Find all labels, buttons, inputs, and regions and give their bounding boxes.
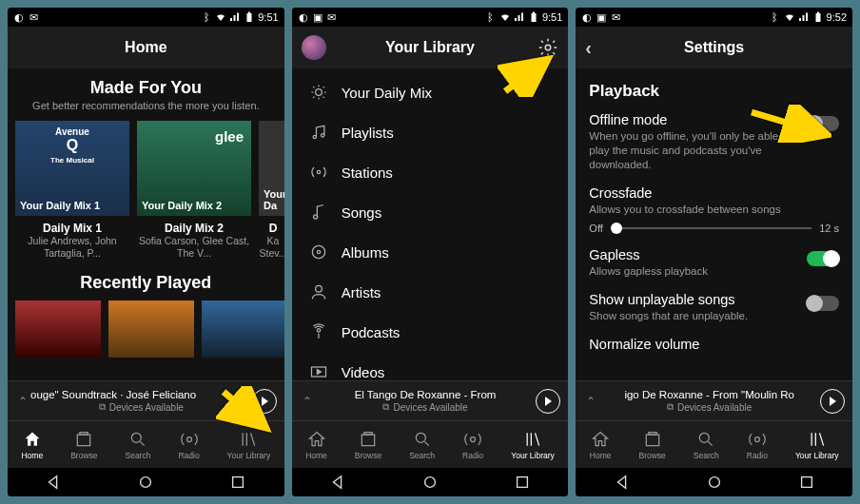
svg-point-4 — [186, 436, 191, 441]
nav-radio[interactable]: Radio — [747, 430, 768, 460]
bluetooth-icon: ᛒ — [485, 11, 497, 23]
library-list: Your Daily Mix Playlists Stations Songs … — [292, 68, 569, 380]
lib-albums[interactable]: Albums — [292, 232, 569, 272]
now-playing-track: El Tango De Roxanne - From — [315, 389, 537, 400]
play-button[interactable] — [820, 389, 845, 414]
nav-library[interactable]: Your Library — [227, 430, 271, 460]
svg-rect-6 — [233, 477, 244, 488]
lib-podcasts[interactable]: Podcasts — [292, 312, 569, 352]
gapless-toggle[interactable] — [807, 251, 839, 266]
svg-point-17 — [315, 285, 322, 292]
android-softkeys — [576, 468, 852, 496]
home-header: Home — [8, 27, 284, 68]
nav-browse[interactable]: Browse — [70, 430, 97, 460]
now-playing-bar[interactable]: ⌃ ouge" Soundtrack · José Feliciano ⧉Dev… — [8, 380, 284, 420]
recently-played-title: Recently Played — [8, 273, 284, 293]
now-playing-bar[interactable]: ⌃ El Tango De Roxanne - From ⧉Devices Av… — [292, 380, 569, 420]
nav-radio[interactable]: Radio — [178, 430, 199, 460]
settings-category: Playback — [589, 82, 839, 101]
phone-home: ◐ ✉ ᛒ 9:51 Home Made For You Get better … — [8, 8, 284, 496]
app-icon: ◐ — [298, 11, 309, 23]
battery-icon — [528, 11, 539, 23]
page-title: Your Library — [385, 39, 475, 56]
svg-rect-0 — [247, 13, 252, 22]
chevron-up-icon[interactable]: ⌃ — [15, 395, 30, 408]
wifi-icon — [499, 11, 511, 23]
devices-icon[interactable]: ⧉ — [99, 401, 106, 413]
nav-browse[interactable]: Browse — [639, 430, 666, 460]
lib-songs[interactable]: Songs — [292, 192, 569, 232]
nav-radio[interactable]: Radio — [462, 430, 483, 460]
chevron-up-icon[interactable]: ⌃ — [583, 395, 598, 408]
mail-icon: ✉ — [28, 11, 39, 23]
settings-button[interactable] — [538, 37, 558, 58]
daily-mix-card[interactable]: Your Daily Mix 2glee Daily Mix 2 Sofia C… — [137, 121, 251, 260]
nav-home[interactable]: Home — [21, 430, 43, 460]
play-button[interactable] — [536, 389, 560, 414]
svg-rect-8 — [533, 12, 535, 14]
recently-played-item[interactable] — [108, 300, 194, 358]
avatar[interactable] — [302, 35, 326, 60]
lib-videos[interactable]: Videos — [292, 352, 569, 380]
chevron-up-icon[interactable]: ⌃ — [300, 395, 315, 408]
made-for-you-title: Made For You — [8, 78, 284, 98]
mail-icon: ✉ — [326, 11, 338, 23]
daily-mix-row[interactable]: Your Daily Mix 1AvenueQThe Musical Daily… — [8, 121, 284, 260]
nav-home[interactable]: Home — [305, 430, 327, 460]
recently-played-item[interactable] — [202, 300, 284, 358]
nav-browse[interactable]: Browse — [355, 430, 381, 460]
recently-played-row[interactable] — [8, 300, 284, 358]
recent-softkey[interactable] — [798, 474, 815, 491]
status-time: 9:52 — [827, 11, 847, 23]
phone-library: ◐ ▣ ✉ ᛒ 9:51 Your Library Your Daily Mix… — [292, 8, 569, 496]
home-softkey[interactable] — [421, 474, 439, 491]
recent-softkey[interactable] — [514, 474, 531, 491]
lib-artists[interactable]: Artists — [292, 272, 569, 312]
svg-point-11 — [313, 135, 316, 138]
daily-mix-card-partial[interactable]: Your Da D Ka Stev... — [259, 121, 284, 260]
setting-gapless[interactable]: Gapless Allows gapless playback — [589, 247, 839, 279]
lib-stations[interactable]: Stations — [292, 152, 569, 192]
nav-library[interactable]: Your Library — [511, 430, 555, 460]
now-playing-track: ouge" Soundtrack · José Feliciano — [30, 389, 252, 400]
bluetooth-icon: ᛒ — [201, 11, 212, 23]
back-softkey[interactable] — [329, 474, 346, 491]
lib-daily-mix[interactable]: Your Daily Mix — [292, 72, 569, 112]
svg-point-28 — [700, 433, 710, 442]
nav-search[interactable]: Search — [125, 430, 150, 460]
unplayable-toggle[interactable] — [807, 296, 839, 311]
recently-played-item[interactable] — [15, 300, 101, 358]
nav-library[interactable]: Your Library — [795, 430, 839, 460]
back-button[interactable]: ‹ — [585, 37, 592, 59]
svg-point-5 — [141, 477, 151, 488]
sun-icon — [309, 83, 328, 102]
nav-search[interactable]: Search — [409, 430, 435, 460]
now-playing-track: igo De Roxanne - From "Moulin Ro — [598, 389, 820, 400]
battery-icon — [244, 11, 255, 23]
now-playing-bar[interactable]: ⌃ igo De Roxanne - From "Moulin Ro ⧉Devi… — [576, 380, 852, 420]
nav-search[interactable]: Search — [694, 430, 719, 460]
svg-point-14 — [313, 215, 317, 219]
back-softkey[interactable] — [45, 474, 62, 491]
android-softkeys — [292, 468, 569, 496]
back-softkey[interactable] — [614, 474, 631, 491]
setting-unplayable[interactable]: Show unplayable songs Show songs that ar… — [589, 292, 839, 323]
status-bar: ◐ ▣ ✉ ᛒ 9:52 — [576, 8, 852, 27]
podcast-icon — [309, 322, 328, 341]
offline-toggle[interactable] — [807, 116, 839, 131]
daily-mix-card[interactable]: Your Daily Mix 1AvenueQThe Musical Daily… — [15, 121, 129, 260]
setting-offline[interactable]: Offline mode When you go offline, you'll… — [589, 112, 839, 172]
home-softkey[interactable] — [706, 474, 723, 491]
devices-icon[interactable]: ⧉ — [382, 401, 389, 413]
page-title: Home — [125, 39, 166, 56]
lib-playlists[interactable]: Playlists — [292, 112, 569, 152]
svg-rect-1 — [248, 12, 250, 14]
status-time: 9:51 — [542, 11, 562, 23]
devices-icon[interactable]: ⧉ — [667, 401, 674, 413]
setting-normalize[interactable]: Normalize volume — [589, 337, 839, 352]
crossfade-slider[interactable]: Off 12 s — [589, 223, 839, 234]
play-button[interactable] — [252, 389, 277, 414]
home-softkey[interactable] — [137, 474, 154, 491]
nav-home[interactable]: Home — [590, 430, 612, 460]
recent-softkey[interactable] — [229, 474, 246, 491]
